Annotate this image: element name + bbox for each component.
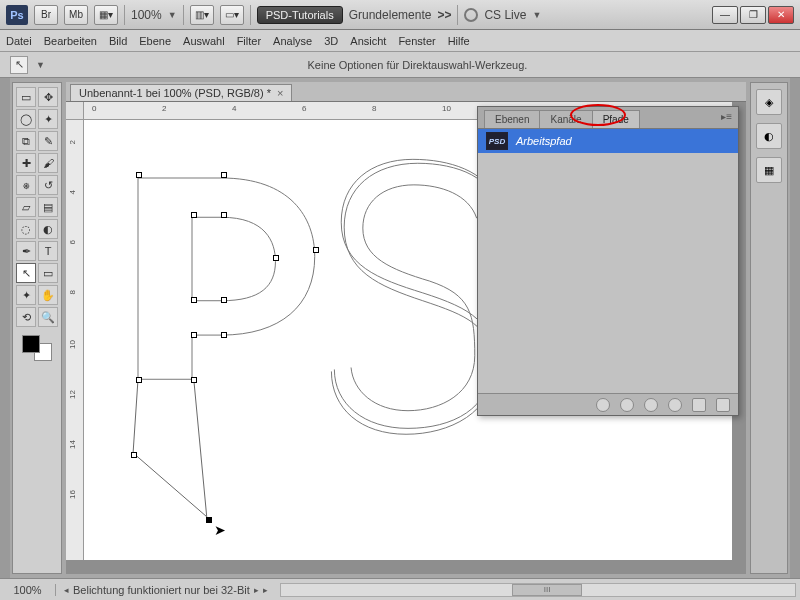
path-list-item[interactable]: PSD Arbeitspfad (478, 129, 738, 153)
tool-rotate[interactable]: ⟲ (16, 307, 36, 327)
tool-hand[interactable]: ✋ (38, 285, 58, 305)
anchor-point[interactable] (221, 212, 227, 218)
status-prev-icon[interactable]: ◂ (64, 585, 69, 595)
tool-stamp[interactable]: ⎈ (16, 175, 36, 195)
minibridge-button[interactable]: Mb (64, 5, 88, 25)
panel-menu-icon[interactable]: ▸≡ (721, 111, 732, 122)
menu-analyse[interactable]: Analyse (273, 35, 312, 47)
horizontal-scrollbar[interactable]: III (280, 583, 796, 597)
status-info[interactable]: ◂ Belichtung funktioniert nur bei 32-Bit… (56, 584, 276, 596)
workspace-switcher[interactable]: PSD-Tutorials (257, 6, 343, 24)
foreground-color-swatch[interactable] (22, 335, 40, 353)
anchor-point[interactable] (136, 377, 142, 383)
menu-fenster[interactable]: Fenster (398, 35, 435, 47)
zoom-dropdown-icon[interactable]: ▼ (168, 10, 177, 20)
tool-direct-select[interactable]: ↖ (16, 263, 36, 283)
tool-pen[interactable]: ✒ (16, 241, 36, 261)
application-bar: Ps Br Mb ▦▾ 100% ▼ ▥▾ ▭▾ PSD-Tutorials G… (0, 0, 800, 30)
tool-marquee[interactable]: ▭ (16, 87, 36, 107)
status-next-icon[interactable]: ▸ (254, 585, 259, 595)
tool-history-brush[interactable]: ↺ (38, 175, 58, 195)
anchor-point[interactable] (273, 255, 279, 261)
panel-tab-ebenen[interactable]: Ebenen (484, 110, 540, 128)
window-close[interactable]: ✕ (768, 6, 794, 24)
menu-hilfe[interactable]: Hilfe (448, 35, 470, 47)
anchor-point[interactable] (191, 332, 197, 338)
menu-3d[interactable]: 3D (324, 35, 338, 47)
scrollbar-thumb[interactable]: III (512, 584, 582, 596)
tool-blur[interactable]: ◌ (16, 219, 36, 239)
layers-panel-icon[interactable]: ◈ (756, 89, 782, 115)
anchor-point[interactable] (131, 452, 137, 458)
tool-crop[interactable]: ⧉ (16, 131, 36, 151)
menu-ansicht[interactable]: Ansicht (350, 35, 386, 47)
window-maximize[interactable]: ❐ (740, 6, 766, 24)
tool-dodge[interactable]: ◐ (38, 219, 58, 239)
view-extras-button[interactable]: ▦▾ (94, 5, 118, 25)
zoom-display[interactable]: 100% (131, 8, 162, 22)
tool-eraser[interactable]: ▱ (16, 197, 36, 217)
tool-eyedropper[interactable]: ✎ (38, 131, 58, 151)
screen-mode-button[interactable]: ▭▾ (220, 5, 244, 25)
stroke-path-icon[interactable] (620, 398, 634, 412)
cslive-dropdown-icon[interactable]: ▼ (532, 10, 541, 20)
status-dropdown-icon[interactable]: ▸ (263, 585, 268, 595)
right-dock-strip[interactable] (790, 78, 800, 578)
anchor-point[interactable] (313, 247, 319, 253)
tool-gradient[interactable]: ▤ (38, 197, 58, 217)
tool-3d[interactable]: ✦ (16, 285, 36, 305)
fill-path-icon[interactable] (596, 398, 610, 412)
tool-shape[interactable]: ▭ (38, 263, 58, 283)
color-swatches[interactable] (22, 335, 52, 361)
menu-ebene[interactable]: Ebene (139, 35, 171, 47)
menu-auswahl[interactable]: Auswahl (183, 35, 225, 47)
bridge-button[interactable]: Br (34, 5, 58, 25)
panel-tab-bar: Ebenen Kanäle Pfade ▸≡ (478, 107, 738, 129)
make-workpath-icon[interactable] (668, 398, 682, 412)
document-tab-title: Unbenannt-1 bei 100% (PSD, RGB/8) * (79, 87, 271, 99)
ruler-vertical[interactable]: 2 4 6 8 10 12 14 16 (66, 120, 84, 560)
paths-panel-icon[interactable]: ▦ (756, 157, 782, 183)
options-bar-text: Keine Optionen für Direktauswahl-Werkzeu… (308, 59, 528, 71)
tool-type[interactable]: T (38, 241, 58, 261)
tool-move[interactable]: ✥ (38, 87, 58, 107)
paths-panel[interactable]: Ebenen Kanäle Pfade ▸≡ PSD Arbeitspfad (477, 106, 739, 416)
anchor-point[interactable] (221, 332, 227, 338)
window-minimize[interactable]: — (712, 6, 738, 24)
options-bar: ↖ ▼ Keine Optionen für Direktauswahl-Wer… (0, 52, 800, 78)
workspace-secondary[interactable]: Grundelemente (349, 8, 432, 22)
panel-tab-kanaele[interactable]: Kanäle (539, 110, 592, 128)
menu-filter[interactable]: Filter (237, 35, 261, 47)
active-tool-icon[interactable]: ↖ (10, 56, 28, 74)
menu-bild[interactable]: Bild (109, 35, 127, 47)
status-zoom[interactable]: 100% (0, 584, 56, 596)
panel-body[interactable]: PSD Arbeitspfad (478, 129, 738, 393)
path-to-selection-icon[interactable] (644, 398, 658, 412)
anchor-point-selected[interactable] (206, 517, 212, 523)
left-dock-strip[interactable] (0, 78, 10, 578)
tool-brush[interactable]: 🖌 (38, 153, 58, 173)
tool-zoom[interactable]: 🔍 (38, 307, 58, 327)
document-tab[interactable]: Unbenannt-1 bei 100% (PSD, RGB/8) * × (70, 84, 292, 101)
anchor-point[interactable] (191, 297, 197, 303)
tool-preset-dropdown-icon[interactable]: ▼ (36, 60, 45, 70)
anchor-point[interactable] (221, 172, 227, 178)
tool-wand[interactable]: ✦ (38, 109, 58, 129)
anchor-point[interactable] (191, 377, 197, 383)
cslive-label[interactable]: CS Live (484, 8, 526, 22)
menu-datei[interactable]: Datei (6, 35, 32, 47)
workspace-more[interactable]: >> (437, 8, 451, 22)
menu-bearbeiten[interactable]: Bearbeiten (44, 35, 97, 47)
anchor-point[interactable] (136, 172, 142, 178)
adjustments-panel-icon[interactable]: ◐ (756, 123, 782, 149)
tool-lasso[interactable]: ◯ (16, 109, 36, 129)
document-tab-close[interactable]: × (277, 87, 283, 99)
new-path-icon[interactable] (692, 398, 706, 412)
tool-heal[interactable]: ✚ (16, 153, 36, 173)
arrange-docs-button[interactable]: ▥▾ (190, 5, 214, 25)
panel-tab-pfade[interactable]: Pfade (592, 110, 640, 128)
delete-path-icon[interactable] (716, 398, 730, 412)
anchor-point[interactable] (191, 212, 197, 218)
ruler-origin[interactable] (66, 102, 84, 120)
anchor-point[interactable] (221, 297, 227, 303)
